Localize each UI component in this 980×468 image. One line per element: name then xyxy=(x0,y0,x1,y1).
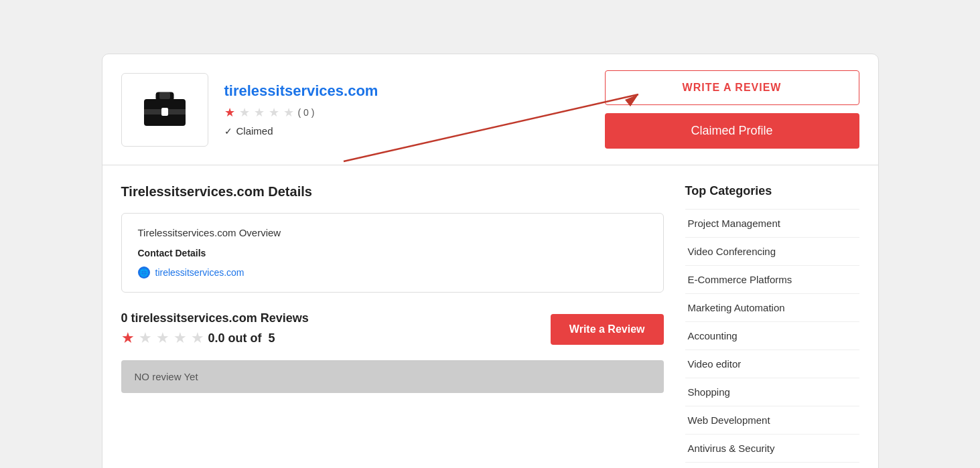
company-name-link[interactable]: tirelessitservices.com xyxy=(224,82,378,99)
rating-stars-row: ★ ★ ★ ★ ★ ( 0 ) xyxy=(224,105,605,120)
big-star-2: ★ xyxy=(139,329,152,347)
star-2: ★ xyxy=(239,105,250,120)
contact-link-row: 🌐 tirelessitservices.com xyxy=(138,266,647,279)
contact-title: Contact Details xyxy=(138,248,647,258)
category-item[interactable]: Web Development xyxy=(685,406,859,435)
top-section: tirelessitservices.com ★ ★ ★ ★ ★ ( 0 ) ✓… xyxy=(102,54,878,165)
write-review-button[interactable]: WRITE A REVIEW xyxy=(605,70,859,105)
big-star-1: ★ xyxy=(121,329,135,347)
star-5: ★ xyxy=(283,105,294,120)
svg-rect-4 xyxy=(161,108,168,116)
reviews-stars: ★ ★ ★ ★ ★ 0.0 out of 5 xyxy=(121,329,309,347)
sidebar: Top Categories Project ManagementVideo C… xyxy=(685,184,859,463)
briefcase-icon xyxy=(141,90,188,130)
overview-title: Tirelessitservices.com Overview xyxy=(138,227,647,238)
sidebar-title: Top Categories xyxy=(685,184,859,198)
company-logo-box xyxy=(121,73,208,147)
category-item[interactable]: Antivirus & Security xyxy=(685,435,859,463)
category-item[interactable]: Marketing Automation xyxy=(685,294,859,322)
big-star-4: ★ xyxy=(173,329,187,347)
overview-box: Tirelessitservices.com Overview Contact … xyxy=(121,213,664,293)
claimed-profile-button[interactable]: Claimed Profile xyxy=(605,113,859,149)
category-item[interactable]: Shopping xyxy=(685,378,859,406)
category-item[interactable]: Project Management xyxy=(685,209,859,238)
svg-rect-1 xyxy=(159,92,170,99)
company-info: tirelessitservices.com ★ ★ ★ ★ ★ ( 0 ) ✓… xyxy=(224,82,605,137)
big-star-5: ★ xyxy=(191,329,204,347)
details-section-title: Tirelessitservices.com Details xyxy=(121,184,664,200)
contact-link[interactable]: tirelessitservices.com xyxy=(155,267,244,278)
main-card: tirelessitservices.com ★ ★ ★ ★ ★ ( 0 ) ✓… xyxy=(102,54,879,468)
star-1: ★ xyxy=(224,105,235,120)
reviews-left: 0 tirelessitservices.com Reviews ★ ★ ★ ★… xyxy=(121,311,309,347)
star-4: ★ xyxy=(269,105,279,120)
category-item[interactable]: Video Conferencing xyxy=(685,238,859,266)
category-item[interactable]: Video editor xyxy=(685,350,859,378)
no-review-bar: NO review Yet xyxy=(121,360,664,393)
write-review-button-2[interactable]: Write a Review xyxy=(551,314,664,345)
action-buttons: WRITE A REVIEW Claimed Profile xyxy=(605,70,859,149)
globe-icon: 🌐 xyxy=(138,266,150,279)
reviews-title: 0 tirelessitservices.com Reviews xyxy=(121,311,309,325)
check-icon: ✓ xyxy=(224,126,232,137)
no-review-text: NO review Yet xyxy=(135,371,198,382)
claimed-row: ✓ Claimed xyxy=(224,125,605,137)
category-list: Project ManagementVideo ConferencingE-Co… xyxy=(685,209,859,463)
rating-display: 0.0 out of 5 xyxy=(208,331,275,345)
category-item[interactable]: E-Commerce Platforms xyxy=(685,266,859,294)
bottom-section: Tirelessitservices.com Details Tirelessi… xyxy=(102,165,878,468)
review-count: ( 0 ) xyxy=(298,107,315,118)
main-content: Tirelessitservices.com Details Tirelessi… xyxy=(121,184,664,463)
category-item[interactable]: Accounting xyxy=(685,322,859,350)
page-wrapper: tirelessitservices.com ★ ★ ★ ★ ★ ( 0 ) ✓… xyxy=(102,54,879,468)
reviews-header: 0 tirelessitservices.com Reviews ★ ★ ★ ★… xyxy=(121,311,664,347)
star-3: ★ xyxy=(254,105,265,120)
claimed-label: Claimed xyxy=(236,125,273,137)
big-star-3: ★ xyxy=(156,329,169,347)
